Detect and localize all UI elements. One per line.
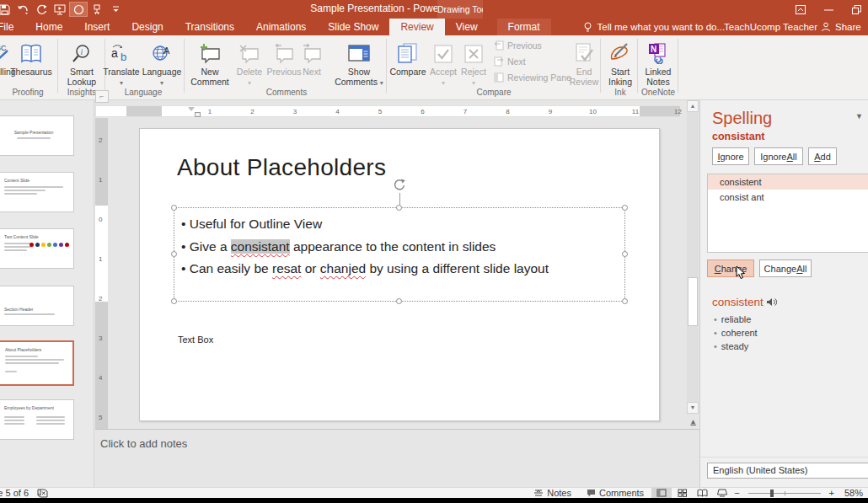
scroll-down-icon[interactable]: ▼ xyxy=(687,402,699,414)
ignore-all-button[interactable]: Ignore All xyxy=(754,147,803,165)
accept-button[interactable]: Accept▾ xyxy=(428,39,458,88)
compare-next-icon xyxy=(494,56,504,67)
account-name[interactable]: TeachUcomp Teacher xyxy=(724,19,817,35)
thumbnail-slide-2[interactable]: Content Slide xyxy=(0,172,74,212)
ignore-button[interactable]: Ignore xyxy=(712,147,749,165)
hanging-indent-marker[interactable] xyxy=(188,107,195,111)
suggestion-item[interactable]: consist ant xyxy=(708,190,868,205)
normal-view-button[interactable] xyxy=(651,488,672,499)
language-button[interactable]: A Language▾ xyxy=(142,39,182,88)
notes-icon xyxy=(533,490,544,497)
thumbnail-slide-5[interactable]: About Placeholders xyxy=(0,340,74,386)
slide-sorter-view-button[interactable] xyxy=(672,488,692,499)
compare-button[interactable]: Compare xyxy=(388,39,428,77)
reading-view-button[interactable] xyxy=(692,488,712,499)
change-button[interactable]: Change xyxy=(707,260,754,277)
resize-handle-n[interactable] xyxy=(396,205,402,211)
resize-handle-ne[interactable] xyxy=(622,205,628,211)
tell-me-box[interactable]: Tell me what you want to do... xyxy=(575,19,734,35)
thumbnail-slide-1[interactable]: Sample Presentation xyxy=(0,115,74,156)
touch-mode-icon[interactable] xyxy=(88,2,106,17)
tab-format[interactable]: Format xyxy=(497,19,551,35)
slide-bullet-text[interactable]: • Useful for Outline View • Give a consi… xyxy=(181,213,549,281)
start-inking-button[interactable]: Start Inking xyxy=(602,39,639,87)
shape-circle-icon[interactable] xyxy=(69,2,88,17)
compare-next-button[interactable]: Next xyxy=(494,56,526,67)
resize-handle-nw[interactable] xyxy=(171,205,177,211)
delete-comment-button[interactable]: Delete▾ xyxy=(233,39,266,88)
resize-handle-s[interactable] xyxy=(396,298,402,304)
minimize-icon[interactable] xyxy=(824,5,833,14)
change-all-button[interactable]: Change All xyxy=(759,260,812,277)
scrollbar-thumb[interactable] xyxy=(688,277,698,326)
scroll-up-icon[interactable]: ▲ xyxy=(687,100,699,112)
person-icon xyxy=(821,22,831,32)
zoom-in-button[interactable]: + xyxy=(828,488,836,499)
pane-options-chevron-icon[interactable]: ▼ xyxy=(855,112,863,120)
reviewing-pane-button[interactable]: Reviewing Pane xyxy=(494,72,571,83)
left-indent-marker[interactable] xyxy=(195,112,201,117)
misspelled-word-chanjed: chanjed xyxy=(320,261,366,276)
add-button[interactable]: Add xyxy=(808,147,837,165)
comments-toggle[interactable]: Comments xyxy=(579,488,651,499)
contextual-tab-group-label: Drawing Tools xyxy=(437,0,483,19)
tab-transitions[interactable]: Transitions xyxy=(174,19,245,35)
resize-handle-w[interactable] xyxy=(171,251,177,257)
slide-canvas[interactable]: About Placeholders • Useful for Outline … xyxy=(139,128,660,421)
tab-view[interactable]: View xyxy=(445,19,489,35)
suggestions-list: consistent consist ant xyxy=(707,174,868,253)
resize-handle-se[interactable] xyxy=(622,298,628,304)
suggestion-item-selected[interactable]: consistent xyxy=(708,174,868,190)
end-review-button[interactable]: End Review xyxy=(566,39,602,87)
speaker-icon[interactable] xyxy=(766,297,777,307)
smart-lookup-button[interactable]: i Smart Lookup xyxy=(61,39,103,87)
slide-title[interactable]: About Placeholders xyxy=(177,154,386,181)
tab-animations[interactable]: Animations xyxy=(245,19,317,35)
restore-icon[interactable] xyxy=(852,5,861,14)
undo-icon[interactable] xyxy=(13,2,32,17)
horizontal-ruler: 123456789101112 xyxy=(95,105,679,117)
resize-handle-sw[interactable] xyxy=(171,298,177,304)
tab-slide-show[interactable]: Slide Show xyxy=(317,19,389,35)
thumbnail-slide-3[interactable]: Two Content Slide xyxy=(0,228,74,269)
notes-placeholder[interactable]: Click to add notes xyxy=(100,437,187,450)
content-placeholder-selection[interactable]: • Useful for Outline View • Give a consi… xyxy=(174,207,625,302)
show-comments-button[interactable]: Show Comments ▾ xyxy=(334,39,384,88)
zoom-slider-thumb[interactable] xyxy=(770,490,774,497)
zoom-out-button[interactable]: − xyxy=(732,488,741,499)
next-comment-button[interactable]: Next xyxy=(297,39,327,77)
start-slideshow-icon[interactable] xyxy=(51,2,69,17)
tab-insert[interactable]: Insert xyxy=(73,19,121,35)
compare-previous-button[interactable]: Previous xyxy=(494,40,542,51)
customize-qat-icon[interactable] xyxy=(106,2,125,17)
save-icon[interactable] xyxy=(0,2,13,17)
language-dropdown[interactable]: English (United States) xyxy=(707,463,868,479)
notes-toggle[interactable]: Notes xyxy=(526,488,579,499)
tab-file[interactable]: File xyxy=(0,19,24,35)
notes-pane[interactable]: Click to add notes xyxy=(95,430,699,487)
translate-button[interactable]: ab Translate▾ xyxy=(101,39,142,88)
vertical-scrollbar[interactable]: ▲ ▼ xyxy=(687,100,699,414)
thumbnail-slide-6[interactable]: Employees by Department xyxy=(0,399,74,440)
zoom-percentage[interactable]: 58% xyxy=(836,488,868,498)
redo-icon[interactable] xyxy=(32,2,51,17)
misspelled-word-label: consistant xyxy=(712,131,765,142)
ruler-origin-button[interactable]: ⌐ xyxy=(95,90,109,103)
share-button[interactable]: Share xyxy=(821,19,868,35)
vertical-ruler: 21012345 xyxy=(95,118,108,457)
resize-handle-e[interactable] xyxy=(622,251,628,257)
tab-review[interactable]: Review xyxy=(389,19,444,35)
new-comment-button[interactable]: New Comment xyxy=(187,39,233,87)
thesaurus-button[interactable]: Thesaurus xyxy=(5,39,57,77)
spell-check-status-icon[interactable] xyxy=(37,489,48,498)
linked-notes-button[interactable]: N Linked Notes xyxy=(639,39,678,87)
rotation-handle-icon[interactable] xyxy=(393,178,407,192)
ribbon-display-options-icon[interactable] xyxy=(796,5,806,14)
tab-home[interactable]: Home xyxy=(24,19,73,35)
tab-design[interactable]: Design xyxy=(121,19,174,35)
zoom-slider[interactable] xyxy=(748,493,821,494)
text-box-object[interactable]: Text Box xyxy=(178,334,213,345)
thumbnail-slide-4[interactable]: Section Header xyxy=(0,286,74,326)
reject-button[interactable]: Reject▾ xyxy=(458,39,489,88)
slide-show-view-button[interactable] xyxy=(712,488,732,499)
